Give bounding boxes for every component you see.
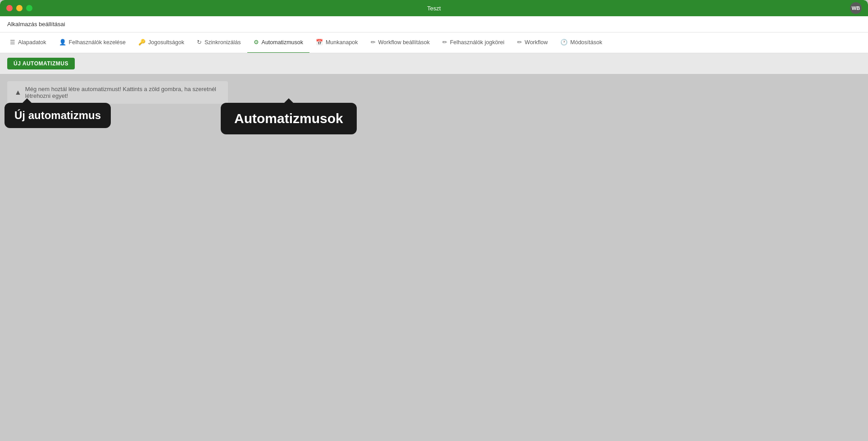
tab-felhasznalok-kezelese[interactable]: 👤 Felhasználók kezelése [53,32,132,53]
tab-workflow-label: Workflow [525,39,548,46]
tab-workflow-beallitasok[interactable]: ✏ Workflow beállítások [364,32,436,53]
tab-automatizmusok[interactable]: ⚙ Automatizmusok [247,32,309,53]
tab-jogosultsagok[interactable]: 🔑 Jogosultságok [132,32,191,53]
alapadatok-icon: ☰ [10,39,15,46]
tooltip-new-automatizmus: Új automatizmus [5,103,111,128]
szinkronizalas-icon: ↻ [197,39,202,46]
tab-felhasznalok-jogkorei-label: Felhasználók jogkörei [450,39,504,46]
tooltip-automatizmusok: Automatizmusok [221,103,357,134]
window-title: Teszt [427,5,441,12]
avatar: WB [850,2,862,14]
jogosultsagok-icon: 🔑 [138,39,145,46]
tooltip-new-label: Új automatizmus [14,109,101,121]
info-bar: ▲ Még nem hoztál létre automatizmust! Ka… [7,81,228,104]
title-bar-right: WB [850,2,862,14]
jogkorei-icon: ✏ [442,39,447,46]
tooltip-tab-label: Automatizmusok [234,111,343,126]
workflow-icon: ✏ [517,39,522,46]
munkanapok-icon: 📅 [316,39,323,46]
info-text: Még nem hoztál létre automatizmust! Katt… [25,86,221,99]
tab-workflow[interactable]: ✏ Workflow [511,32,554,53]
tab-felhasznalok-label: Felhasználók kezelése [69,39,126,46]
automatizmusok-icon: ⚙ [254,39,259,46]
tab-modositasok[interactable]: 🕐 Módosítások [554,32,609,53]
tab-szinkronizalas-label: Szinkronizálás [205,39,241,46]
tab-jogosultsagok-label: Jogosultságok [148,39,184,46]
window-controls[interactable] [6,5,32,11]
modositasok-icon: 🕐 [560,39,568,46]
info-icon: ▲ [14,88,22,96]
app-header: Alkalmazás beállításai [0,16,868,32]
main-content: ▲ Még nem hoztál létre automatizmust! Ka… [0,74,868,441]
tab-workflow-beallitasok-label: Workflow beállítások [378,39,430,46]
tab-modositasok-label: Módosítások [570,39,602,46]
app-header-title: Alkalmazás beállításai [7,21,65,28]
tab-szinkronizalas[interactable]: ↻ Szinkronizálás [191,32,247,53]
content-area: ▲ Még nem hoztál létre automatizmust! Ka… [0,74,868,111]
minimize-button[interactable] [16,5,23,11]
new-automatizmus-button[interactable]: ÚJ AUTOMATIZMUS [7,58,75,69]
close-button[interactable] [6,5,13,11]
title-bar: Teszt WB [0,0,868,16]
workflow-beallitasok-icon: ✏ [371,39,376,46]
felhasznalok-icon: 👤 [59,39,66,46]
tab-felhasznalok-jogkorei[interactable]: ✏ Felhasználók jogkörei [436,32,511,53]
maximize-button[interactable] [26,5,32,11]
tab-automatizmusok-label: Automatizmusok [262,39,303,46]
action-bar: ÚJ AUTOMATIZMUS [0,53,868,74]
tabs-bar: ☰ Alapadatok 👤 Felhasználók kezelése 🔑 J… [0,32,868,53]
tab-alapadatok[interactable]: ☰ Alapadatok [4,32,53,53]
tab-munkanapok-label: Munkanapok [326,39,358,46]
tab-munkanapok[interactable]: 📅 Munkanapok [309,32,364,53]
tab-alapadatok-label: Alapadatok [18,39,46,46]
